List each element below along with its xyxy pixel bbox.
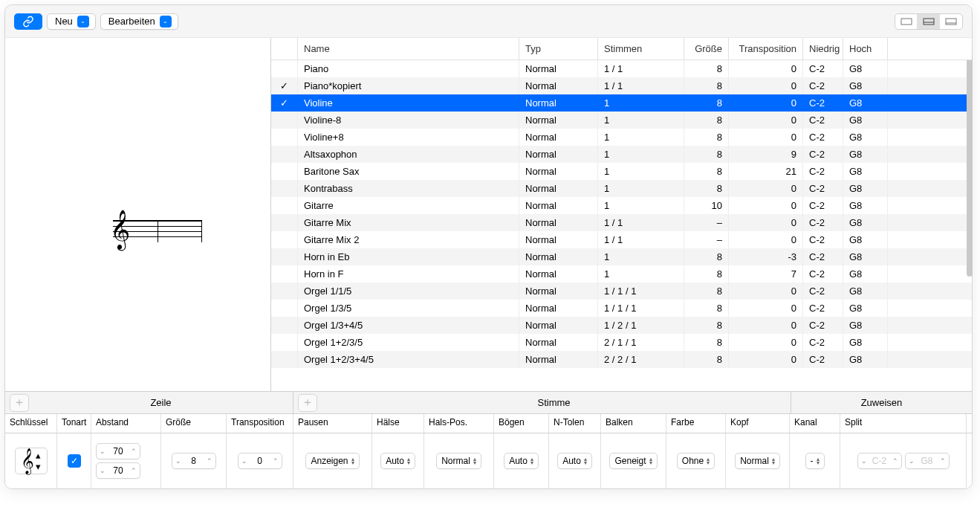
row-hoch: G8 xyxy=(843,248,888,265)
row-trans: 0 xyxy=(729,197,803,214)
table-row[interactable]: Orgel 1+2/3/5Normal2 / 1 / 180C-2G8 xyxy=(271,334,972,351)
table-row[interactable]: ✓Piano*kopiertNormal1 / 180C-2G8 xyxy=(271,77,972,94)
table-row[interactable]: Horn in EbNormal18-3C-2G8 xyxy=(271,248,972,265)
row-name: Horn in Eb xyxy=(298,248,519,265)
scrollbar-thumb[interactable] xyxy=(967,54,973,277)
table-row[interactable]: Orgel 1/1/5Normal1 / 1 / 180C-2G8 xyxy=(271,283,972,300)
col-typ[interactable]: Typ xyxy=(519,38,598,59)
row-name: Violine-8 xyxy=(298,112,519,129)
bearbeiten-button[interactable]: Bearbeiten ⌄ xyxy=(100,13,178,30)
abstand-bottom-stepper[interactable]: ⌄70⌃ xyxy=(96,462,140,479)
groesse-stepper[interactable]: ⌄8⌃ xyxy=(172,453,216,469)
split-high-stepper[interactable]: ⌄G8⌃ xyxy=(905,453,950,469)
col-name[interactable]: Name xyxy=(298,38,519,59)
row-check xyxy=(271,146,298,163)
table-row[interactable]: Gitarre MixNormal1 / 1–0C-2G8 xyxy=(271,214,972,231)
boegen-select[interactable]: Auto▴▾ xyxy=(504,453,539,469)
toolbar: Neu ⌄ Bearbeiten ⌄ xyxy=(5,5,972,38)
kanal-select[interactable]: -▴▾ xyxy=(805,453,825,469)
row-check xyxy=(271,163,298,180)
balken-select[interactable]: Geneigt▴▾ xyxy=(609,453,657,469)
row-typ: Normal xyxy=(519,112,598,129)
instrument-table[interactable]: Name Typ Stimmen Größe Transposition Nie… xyxy=(271,38,972,391)
row-groesse: 8 xyxy=(684,283,729,300)
row-trans: 0 xyxy=(729,351,803,368)
treble-clef-icon: 𝄞 xyxy=(21,450,34,472)
row-check xyxy=(271,317,298,334)
row-trans: 0 xyxy=(729,334,803,351)
neu-button[interactable]: Neu ⌄ xyxy=(47,13,96,30)
table-row[interactable]: Orgel 1/3/5Normal1 / 1 / 180C-2G8 xyxy=(271,300,972,317)
abstand-top-stepper[interactable]: ⌄70⌃ xyxy=(96,443,140,459)
row-hoch: G8 xyxy=(843,180,888,197)
row-niedrig: C-2 xyxy=(803,180,843,197)
col-stimmen[interactable]: Stimmen xyxy=(598,38,684,59)
halspos-select[interactable]: Normal▴▾ xyxy=(436,453,481,469)
scrollbar[interactable] xyxy=(967,54,973,388)
table-row[interactable]: ✓ViolineNormal180C-2G8 xyxy=(271,94,972,112)
table-row[interactable]: PianoNormal1 / 180C-2G8 xyxy=(271,60,972,77)
row-groesse: 8 xyxy=(684,265,729,283)
row-niedrig: C-2 xyxy=(803,77,843,94)
row-niedrig: C-2 xyxy=(803,146,843,163)
table-row[interactable]: Baritone SaxNormal1821C-2G8 xyxy=(271,163,972,180)
row-groesse: 8 xyxy=(684,334,729,351)
row-stimmen: 1 xyxy=(598,180,684,197)
add-zeile-button[interactable]: ＋ xyxy=(10,394,29,412)
h-pausen: Pausen xyxy=(293,414,372,433)
table-row[interactable]: Violine+8Normal180C-2G8 xyxy=(271,129,972,146)
row-check: ✓ xyxy=(271,77,298,94)
row-trans: 0 xyxy=(729,60,803,77)
bottom-pane-icon xyxy=(945,18,957,25)
col-groesse[interactable]: Größe xyxy=(684,38,729,59)
view-bottom[interactable] xyxy=(940,14,962,29)
row-groesse: 8 xyxy=(684,112,729,129)
transposition-stepper[interactable]: ⌄0⌃ xyxy=(238,453,282,469)
row-hoch: G8 xyxy=(843,146,888,163)
link-button[interactable] xyxy=(14,13,42,30)
svg-rect-0 xyxy=(901,19,912,25)
row-trans: 0 xyxy=(729,300,803,317)
view-single[interactable] xyxy=(895,14,918,29)
row-stimmen: 1 xyxy=(598,129,684,146)
table-row[interactable]: KontrabassNormal180C-2G8 xyxy=(271,180,972,197)
window: Neu ⌄ Bearbeiten ⌄ 𝄞 Name Typ xyxy=(4,4,973,489)
row-trans: 0 xyxy=(729,129,803,146)
kopf-select[interactable]: Normal▴▾ xyxy=(735,453,780,469)
row-check xyxy=(271,214,298,231)
clef-select[interactable]: 𝄞▴▾ xyxy=(15,448,48,474)
row-niedrig: C-2 xyxy=(803,163,843,180)
table-row[interactable]: Orgel 1+2/3+4/5Normal2 / 2 / 180C-2G8 xyxy=(271,351,972,368)
table-row[interactable]: Horn in FNormal187C-2G8 xyxy=(271,265,972,283)
col-transposition[interactable]: Transposition xyxy=(729,38,803,59)
view-split[interactable] xyxy=(918,14,940,29)
chevron-down-icon: ⌄ xyxy=(77,16,89,28)
row-typ: Normal xyxy=(519,146,598,163)
pausen-select[interactable]: Anzeigen▴▾ xyxy=(305,453,359,469)
haelse-select[interactable]: Auto▴▾ xyxy=(380,453,415,469)
table-row[interactable]: GitarreNormal1100C-2G8 xyxy=(271,197,972,214)
col-hoch[interactable]: Hoch xyxy=(843,38,888,59)
h-schluessel: Schlüssel xyxy=(5,414,57,433)
ntolen-select[interactable]: Auto▴▾ xyxy=(557,453,592,469)
row-niedrig: C-2 xyxy=(803,129,843,146)
farbe-select[interactable]: Ohne▴▾ xyxy=(677,453,715,469)
row-hoch: G8 xyxy=(843,334,888,351)
row-name: Violine+8 xyxy=(298,129,519,146)
split-low-stepper[interactable]: ⌄C-2⌃ xyxy=(857,453,902,469)
table-row[interactable]: Orgel 1/3+4/5Normal1 / 2 / 180C-2G8 xyxy=(271,317,972,334)
row-hoch: G8 xyxy=(843,77,888,94)
row-name: Altsaxophon xyxy=(298,146,519,163)
row-stimmen: 1 / 1 xyxy=(598,77,684,94)
row-typ: Normal xyxy=(519,351,598,368)
row-typ: Normal xyxy=(519,94,598,112)
table-row[interactable]: Violine-8Normal180C-2G8 xyxy=(271,112,972,129)
col-niedrig[interactable]: Niedrig xyxy=(803,38,843,59)
table-row[interactable]: AltsaxophonNormal189C-2G8 xyxy=(271,146,972,163)
tonart-checkbox[interactable]: ✓ xyxy=(68,454,81,468)
add-stimme-button[interactable]: ＋ xyxy=(298,394,317,412)
single-pane-icon xyxy=(901,18,912,25)
h-ntolen: N-Tolen xyxy=(549,414,601,433)
row-hoch: G8 xyxy=(843,317,888,334)
table-row[interactable]: Gitarre Mix 2Normal1 / 1–0C-2G8 xyxy=(271,231,972,248)
